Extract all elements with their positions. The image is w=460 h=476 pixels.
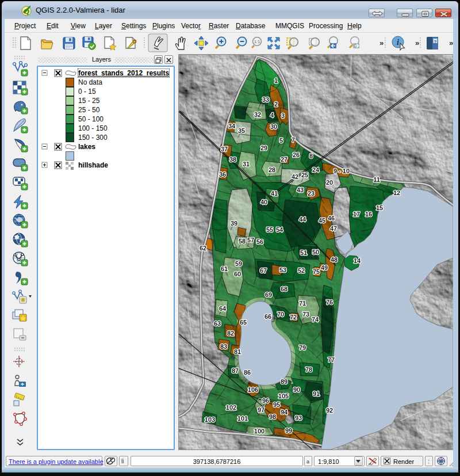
svg-text:92: 92 [326, 407, 333, 414]
svg-text:?: ? [434, 39, 437, 44]
svg-text:64: 64 [219, 305, 227, 312]
svg-text:68: 68 [281, 285, 288, 292]
svg-text:20: 20 [326, 179, 333, 186]
svg-text:42: 42 [292, 173, 298, 180]
svg-text:72: 72 [290, 314, 297, 321]
svg-text:37: 37 [221, 146, 228, 153]
svg-text:59: 59 [235, 260, 242, 267]
svg-text:73: 73 [302, 311, 309, 318]
svg-text:1:1: 1:1 [254, 40, 260, 44]
svg-text:101: 101 [237, 415, 248, 422]
svg-text:15: 15 [376, 204, 383, 211]
svg-text:78: 78 [305, 366, 312, 373]
svg-text:24: 24 [312, 166, 320, 173]
svg-text:70: 70 [277, 311, 284, 318]
svg-text:62: 62 [200, 245, 206, 252]
svg-text:89: 89 [281, 378, 288, 385]
svg-text:103: 103 [205, 416, 215, 423]
svg-text:77: 77 [328, 356, 335, 363]
svg-text:75: 75 [313, 268, 320, 275]
svg-text:41: 41 [271, 190, 278, 197]
svg-text:51: 51 [300, 249, 307, 256]
svg-text:106: 106 [248, 386, 258, 393]
svg-text:5: 5 [279, 137, 283, 144]
svg-text:38: 38 [229, 156, 236, 163]
svg-text:7: 7 [292, 136, 295, 143]
svg-text:11: 11 [373, 176, 380, 183]
svg-text:100: 100 [254, 428, 264, 435]
svg-text:39: 39 [231, 220, 237, 227]
svg-text:91: 91 [313, 390, 320, 397]
svg-text:44: 44 [299, 216, 306, 223]
svg-text:105: 105 [278, 393, 289, 399]
svg-text:»: » [415, 39, 419, 47]
svg-text:87: 87 [232, 367, 239, 374]
svg-text:25: 25 [301, 172, 308, 178]
svg-text:36: 36 [219, 171, 226, 178]
svg-text:96: 96 [262, 397, 269, 404]
svg-text:40: 40 [260, 199, 267, 205]
svg-text:56: 56 [256, 238, 263, 245]
svg-text:102: 102 [226, 404, 236, 411]
svg-text:16: 16 [365, 211, 372, 218]
svg-text:81: 81 [234, 348, 241, 355]
svg-text:66: 66 [264, 313, 271, 320]
svg-text:14: 14 [354, 257, 361, 264]
svg-text:94: 94 [281, 409, 288, 416]
svg-text:97: 97 [258, 406, 264, 413]
svg-text:54: 54 [276, 226, 283, 233]
svg-text:65: 65 [240, 319, 247, 326]
svg-text:31: 31 [243, 161, 250, 167]
svg-text:58: 58 [239, 238, 246, 245]
svg-text:69: 69 [265, 291, 272, 298]
svg-text:83: 83 [220, 343, 227, 350]
svg-text:35: 35 [238, 127, 245, 134]
svg-text:1: 1 [274, 77, 278, 84]
svg-text:49: 49 [321, 264, 328, 271]
svg-text:17: 17 [353, 211, 360, 218]
svg-text:45: 45 [319, 217, 325, 224]
svg-text:4: 4 [270, 112, 274, 119]
svg-text:29: 29 [260, 144, 267, 151]
svg-text:8: 8 [309, 153, 313, 159]
svg-text:46: 46 [328, 215, 335, 222]
svg-text:93: 93 [295, 414, 302, 421]
svg-text:26: 26 [293, 151, 300, 158]
svg-text:47: 47 [330, 225, 337, 232]
svg-text:98: 98 [269, 413, 276, 420]
svg-text:53: 53 [279, 266, 286, 273]
svg-text:30: 30 [270, 123, 277, 130]
svg-text:34: 34 [228, 123, 236, 130]
svg-text:27: 27 [281, 156, 288, 163]
svg-text:»: » [379, 39, 384, 47]
svg-text:12: 12 [393, 189, 400, 196]
svg-text:28: 28 [269, 166, 275, 173]
svg-text:90: 90 [293, 386, 300, 393]
svg-text:76: 76 [326, 299, 333, 306]
svg-text:33: 33 [262, 96, 269, 103]
svg-text:2: 2 [274, 101, 278, 108]
svg-text:9 - 10: 9 - 10 [334, 167, 350, 174]
svg-text:86: 86 [244, 369, 251, 376]
svg-text:i: i [397, 38, 399, 47]
svg-text:57: 57 [247, 237, 254, 243]
svg-text:48: 48 [331, 256, 338, 263]
svg-text:61: 61 [221, 265, 228, 272]
svg-text:82: 82 [227, 330, 234, 337]
svg-text:99: 99 [285, 427, 292, 434]
svg-text:95: 95 [273, 401, 280, 408]
svg-text:50: 50 [312, 249, 319, 256]
svg-text:52: 52 [298, 267, 305, 274]
svg-text:63: 63 [214, 320, 221, 327]
svg-text:60: 60 [234, 271, 241, 277]
svg-text:71: 71 [299, 300, 306, 307]
svg-text:79: 79 [299, 344, 306, 351]
svg-text:43: 43 [297, 186, 304, 193]
svg-text:32: 32 [254, 111, 261, 118]
svg-text:67: 67 [260, 267, 267, 274]
svg-text:74: 74 [312, 316, 319, 323]
svg-text:55: 55 [266, 226, 273, 233]
svg-text:23: 23 [308, 190, 315, 197]
svg-text:3: 3 [281, 112, 285, 119]
